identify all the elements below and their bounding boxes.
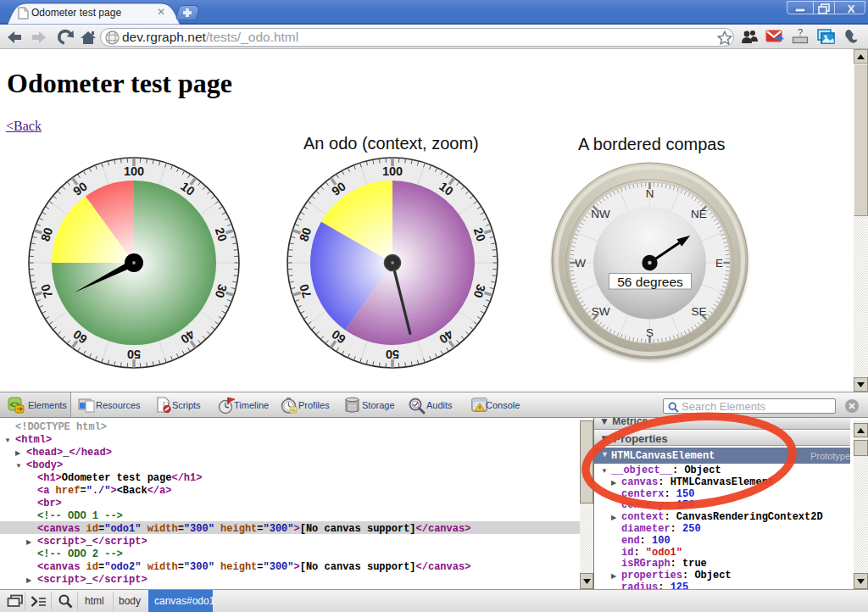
svg-text:100: 100 [382,164,403,178]
svg-text:100: 100 [124,164,144,178]
svg-text:W: W [575,257,586,270]
svg-text:SW: SW [592,305,610,318]
svg-text:56 degrees: 56 degrees [617,275,683,289]
svg-text:NW: NW [591,208,610,220]
svg-text:E: E [715,257,723,270]
svg-text:50: 50 [386,348,399,361]
svg-text:50: 50 [127,348,141,361]
svg-text:%: % [291,408,296,413]
svg-text:X: X [848,3,855,14]
svg-text:S: S [646,326,654,339]
svg-text:NE: NE [691,208,707,220]
svg-text:SE: SE [691,305,706,318]
svg-text:?: ? [798,28,803,37]
svg-text:N: N [646,187,654,200]
